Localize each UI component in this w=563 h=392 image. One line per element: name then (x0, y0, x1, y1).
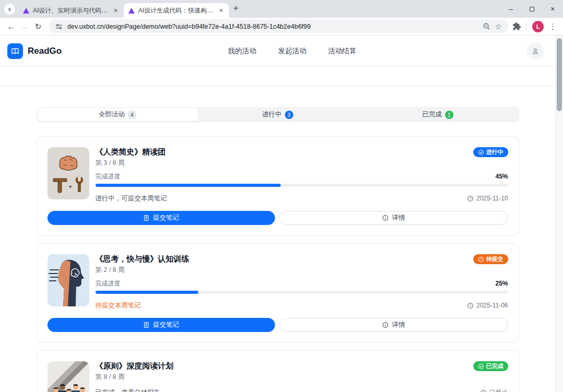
activity-card: 《原则》深度阅读计划 已完成 第 8 / 8 周 已完成， (37, 350, 519, 392)
details-button[interactable]: 详情 (279, 211, 508, 225)
browser-tab-strip: ∨ AI设计、实时演示与代码生成工 × AI设计生成代码：快速构建网站 × + … (0, 0, 563, 18)
progress-bar-track (95, 291, 508, 294)
maximize-button[interactable] (521, 0, 542, 18)
close-window-button[interactable]: × (542, 0, 563, 18)
bookmark-star-icon[interactable]: ☆ (495, 22, 502, 31)
forward-button[interactable]: → (18, 22, 31, 31)
button-label: 详情 (392, 320, 405, 329)
tab-completed[interactable]: 已完成 1 (358, 108, 518, 121)
user-avatar[interactable] (527, 43, 544, 60)
open-book-icon (10, 46, 20, 56)
submit-notes-button[interactable]: 提交笔记 (47, 318, 275, 332)
chevron-down-icon: ∨ (8, 6, 11, 12)
submit-notes-button[interactable]: 提交笔记 (47, 211, 275, 225)
nav-my-activities[interactable]: 我的活动 (228, 46, 256, 56)
activity-filter-tabs: 全部活动 4 进行中 3 已完成 1 (37, 107, 519, 122)
clock-icon (467, 302, 474, 309)
status-badge: 进行中 (473, 147, 508, 157)
week-progress-text: 第 2 / 8 周 (95, 266, 508, 274)
count-badge: 3 (285, 111, 293, 119)
progress-bar-fill (95, 184, 281, 187)
nav-create-activity[interactable]: 发起活动 (278, 46, 306, 56)
document-icon (143, 322, 150, 328)
nav-activity-settlement[interactable]: 活动结算 (328, 46, 356, 56)
activity-card-list: + 《人类简史》精读团 (37, 136, 519, 392)
main-nav: 我的活动 发起活动 活动结算 (228, 46, 356, 56)
count-badge: 1 (445, 111, 453, 119)
brand-name: ReadGo (28, 46, 62, 56)
browser-tab-2-active[interactable]: AI设计生成代码：快速构建网站 × (124, 3, 229, 18)
activity-status-text: 待提交本周笔记 (95, 301, 141, 310)
progress-bar-fill (95, 291, 199, 294)
brand[interactable]: ReadGo (7, 43, 62, 59)
minimize-button[interactable]: – (500, 0, 521, 18)
badge-label: 已完成 (486, 362, 504, 370)
alert-circle-icon (478, 256, 484, 263)
button-label: 详情 (392, 213, 405, 222)
check-circle-icon (478, 363, 484, 370)
site-settings-icon[interactable] (55, 23, 63, 30)
tab-search-button[interactable]: ∨ (4, 4, 15, 15)
tab-all-activities[interactable]: 全部活动 4 (38, 108, 198, 121)
close-icon[interactable]: × (218, 6, 224, 15)
activity-thumbnail-brain-tools: + (47, 147, 89, 199)
week-progress-text: 第 8 / 8 周 (95, 373, 508, 381)
browser-toolbar: ← → ↻ dev.uxbot.cn/designPage/demo/web?u… (0, 18, 563, 35)
uxbot-favicon-icon (23, 8, 29, 14)
tab-in-progress[interactable]: 进行中 3 (198, 108, 358, 121)
document-icon (143, 215, 150, 221)
deadline-text: 2025-11-06 (476, 302, 508, 309)
info-icon (382, 215, 389, 221)
badge-label: 进行中 (486, 148, 504, 156)
browser-tab-1[interactable]: AI设计、实时演示与代码生成工 × (18, 3, 124, 18)
deadline: 已截止 (480, 388, 508, 392)
extensions-icon[interactable] (512, 22, 521, 31)
maximize-icon (530, 7, 534, 11)
badge-label: 待提交 (486, 255, 504, 263)
details-button[interactable]: 详情 (279, 318, 508, 332)
check-circle-icon (478, 149, 484, 156)
activity-thumbnail-team (47, 361, 89, 392)
activity-title: 《人类简史》精读团 (95, 147, 166, 157)
activity-title: 《思考，快与慢》认知训练 (95, 254, 189, 264)
header-sub-band (0, 67, 555, 86)
new-tab-button[interactable]: + (233, 3, 238, 14)
close-icon[interactable]: × (113, 6, 119, 15)
activity-thumbnail-thinking-head (47, 254, 89, 306)
reload-button[interactable]: ↻ (31, 22, 45, 31)
browser-menu-icon[interactable]: ⋮ (549, 22, 557, 31)
zoom-out-icon[interactable] (483, 22, 490, 30)
browser-tab-title: AI设计生成代码：快速构建网站 (138, 6, 214, 15)
activity-title: 《原则》深度阅读计划 (95, 361, 174, 371)
browser-tab-title: AI设计、实时演示与代码生成工 (33, 6, 109, 15)
progress-percent: 45% (495, 173, 508, 180)
deadline-text: 已截止 (489, 388, 508, 392)
progress-label: 完成进度 (95, 279, 121, 288)
address-bar[interactable]: dev.uxbot.cn/designPage/demo/web?uuid=b9… (49, 19, 508, 33)
page-scrollbar[interactable] (555, 35, 563, 392)
webpage: ReadGo 我的活动 发起活动 活动结算 全部活动 (0, 35, 555, 392)
button-label: 提交笔记 (153, 320, 179, 329)
tab-label: 进行中 (262, 110, 282, 119)
progress-bar-track (95, 184, 508, 187)
activity-status-text: 已完成，查看总结报告 (95, 388, 161, 392)
readgo-logo (7, 43, 23, 59)
deadline: 2025-11-06 (467, 302, 508, 309)
week-progress-text: 第 3 / 6 周 (95, 159, 508, 167)
person-icon (531, 47, 540, 55)
browser-window: ∨ AI设计、实时演示与代码生成工 × AI设计生成代码：快速构建网站 × + … (0, 0, 563, 392)
clock-icon (480, 389, 487, 392)
main-content: 全部活动 4 进行中 3 已完成 1 (37, 86, 519, 392)
uxbot-favicon-icon (128, 8, 135, 14)
site-header: ReadGo 我的活动 发起活动 活动结算 (0, 35, 555, 67)
url-text[interactable]: dev.uxbot.cn/designPage/demo/web?uuid=b9… (67, 23, 478, 30)
button-label: 提交笔记 (153, 213, 179, 222)
activity-card: + 《人类简史》精读团 (37, 136, 519, 236)
scrollbar-thumb[interactable] (557, 38, 562, 111)
back-button[interactable]: ← (4, 22, 18, 31)
toolbar-divider (526, 22, 527, 31)
browser-profile-avatar[interactable]: L (532, 21, 544, 32)
count-badge: 4 (128, 111, 136, 119)
activity-status-text: 进行中，可提交本周笔记 (95, 194, 167, 203)
progress-label: 完成进度 (95, 172, 121, 181)
